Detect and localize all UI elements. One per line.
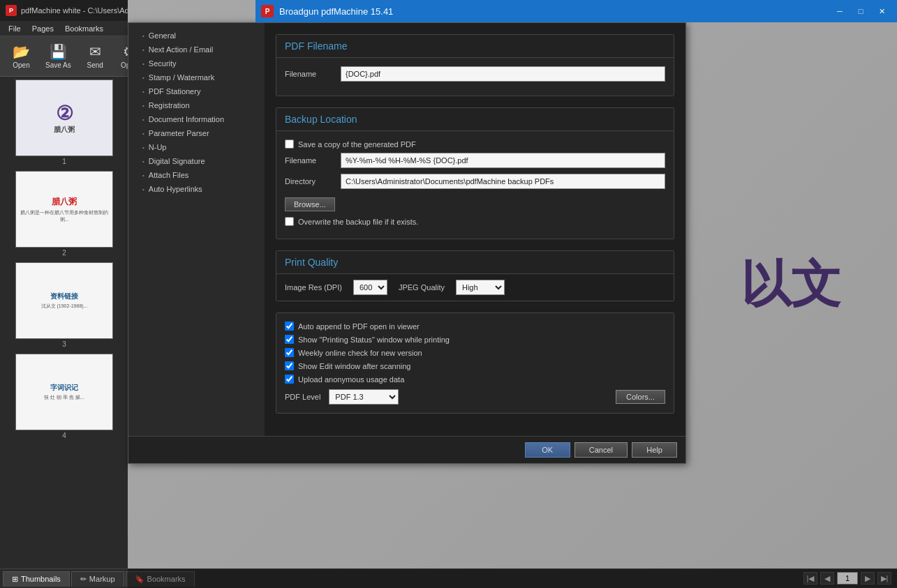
overwrite-label: Overwrite the backup file if it exists. — [298, 218, 418, 226]
browse-button[interactable]: Browse... — [285, 197, 335, 211]
options-body: Auto append to PDF open in viewer Show "… — [276, 313, 674, 413]
dialog-overlay: P Broadgun pdfMachine 15.41 ─ □ ✕ Genera… — [128, 0, 897, 588]
backup-directory-row: Directory — [285, 174, 665, 189]
open-icon: 📂 — [13, 43, 30, 60]
show-edit-checkbox[interactable] — [285, 361, 294, 370]
send-label: Send — [87, 61, 103, 69]
thumbnail-num: 3 — [62, 340, 66, 348]
close-button[interactable]: ✕ — [872, 4, 891, 18]
printing-status-checkbox[interactable] — [285, 335, 294, 344]
nav-pdf-stationery[interactable]: PDF Stationery — [128, 84, 265, 98]
print-quality-body: Image Res (DPI) 600 300 150 72 JPEG Qual… — [276, 274, 674, 301]
help-button[interactable]: Help — [632, 442, 677, 458]
dialog-body: General Next Action / Email Security Sta… — [128, 23, 685, 436]
printing-status-row: Show "Printing Status" window while prin… — [285, 335, 665, 344]
save-copy-checkbox-row: Save a copy of the generated PDF — [285, 140, 665, 149]
thumbnail-num: 1 — [62, 158, 66, 165]
tab-markup[interactable]: ✏ Markup — [71, 571, 124, 587]
backup-filename-label: Filename — [285, 156, 341, 165]
thumbnail-image: 资料链接 沈从文 (1902-1988)... — [15, 262, 113, 339]
pdf-level-row: PDF Level PDF 1.3 PDF 1.4 PDF 1.5 PDF 1.… — [285, 389, 665, 405]
dialog-icon: P — [261, 5, 274, 17]
save-icon: 💾 — [50, 43, 67, 60]
dialog-content: PDF Filename Filename Backup Location — [265, 23, 685, 436]
auto-append-checkbox[interactable] — [285, 322, 294, 331]
thumbnail-num: 4 — [62, 432, 66, 439]
ok-button[interactable]: OK — [525, 442, 570, 458]
nav-document-information[interactable]: Document Information — [128, 112, 265, 126]
overwrite-checkbox-row: Overwrite the backup file if it exists. — [285, 217, 665, 226]
filename-row: Filename — [285, 66, 665, 82]
backup-filename-input[interactable] — [341, 153, 665, 168]
cancel-button[interactable]: Cancel — [574, 442, 628, 458]
thumbnails-icon: ⊞ — [12, 575, 18, 584]
list-item[interactable]: 字词识记 筷 灶 朝 乖 焦 腻... 4 — [3, 354, 126, 439]
dialog-footer: OK Cancel Help — [128, 436, 685, 463]
maximize-button[interactable]: □ — [851, 4, 870, 18]
list-item[interactable]: 腊八粥 腊八粥是一种在腊八节用多种食材熬制的粥... 2 — [3, 171, 126, 257]
nav-registration[interactable]: Registration — [128, 98, 265, 112]
jpeg-quality-select[interactable]: High Medium Low — [456, 280, 505, 295]
menu-pages[interactable]: Pages — [27, 23, 59, 34]
nav-attach-files[interactable]: Attach Files — [128, 168, 265, 182]
nav-n-up[interactable]: N-Up — [128, 140, 265, 154]
show-edit-label: Show Edit window after scanning — [298, 362, 410, 370]
pdf-level-select[interactable]: PDF 1.3 PDF 1.4 PDF 1.5 PDF 1.6 — [329, 389, 399, 405]
overwrite-checkbox[interactable] — [285, 217, 294, 226]
nav-parameter-parser[interactable]: Parameter Parser — [128, 126, 265, 140]
pdf-filename-section: PDF Filename Filename — [276, 34, 674, 96]
auto-append-label: Auto append to PDF open in viewer — [298, 322, 420, 331]
nav-digital-signature[interactable]: Digital Signature — [128, 154, 265, 168]
upload-anonymous-checkbox[interactable] — [285, 375, 294, 384]
nav-next-action-email[interactable]: Next Action / Email — [128, 43, 265, 56]
list-item[interactable]: ② 腊八粥 1 — [3, 80, 126, 165]
jpeg-quality-label: JPEG Quality — [399, 283, 445, 292]
options-section: Auto append to PDF open in viewer Show "… — [276, 312, 674, 414]
nav-stamp-watermark[interactable]: Stamp / Watermark — [128, 70, 265, 84]
open-button[interactable]: 📂 Open — [6, 40, 37, 72]
open-label: Open — [13, 61, 29, 69]
upload-anonymous-row: Upload anonymous usage data — [285, 375, 665, 384]
weekly-check-checkbox[interactable] — [285, 348, 294, 357]
dialog-nav: General Next Action / Email Security Sta… — [128, 23, 265, 436]
pdf-level-label: PDF Level — [285, 393, 320, 401]
settings-dialog: P Broadgun pdfMachine 15.41 ─ □ ✕ Genera… — [128, 22, 686, 464]
colors-button[interactable]: Colors... — [616, 390, 665, 404]
backup-directory-input[interactable] — [341, 174, 665, 189]
menu-file[interactable]: File — [3, 23, 27, 34]
weekly-check-label: Weekly online check for new version — [298, 349, 422, 357]
list-item[interactable]: 资料链接 沈从文 (1902-1988)... 3 — [3, 262, 126, 348]
thumbnail-num: 2 — [62, 249, 66, 257]
filename-label: Filename — [285, 70, 341, 78]
menu-bookmarks[interactable]: Bookmarks — [59, 23, 109, 34]
app-icon: P — [6, 5, 17, 16]
backup-directory-label: Directory — [285, 177, 341, 186]
pdf-filename-body: Filename — [276, 58, 674, 96]
left-panel: ② 腊八粥 1 腊八粥 腊八粥是一种在腊八节用多种食材熬制的粥... 2 — [0, 77, 129, 588]
save-copy-checkbox[interactable] — [285, 140, 294, 149]
nav-auto-hyperlinks[interactable]: Auto Hyperlinks — [128, 182, 265, 196]
thumbnails-label: Thumbnails — [21, 575, 61, 583]
tab-thumbnails[interactable]: ⊞ Thumbnails — [3, 571, 70, 587]
dialog-title: Broadgun pdfMachine 15.41 — [279, 6, 830, 17]
thumbnail-image: 腊八粥 腊八粥是一种在腊八节用多种食材熬制的粥... — [15, 171, 113, 248]
backup-location-body: Save a copy of the generated PDF Filenam… — [276, 131, 674, 239]
weekly-check-row: Weekly online check for new version — [285, 348, 665, 357]
filename-input[interactable] — [341, 66, 665, 82]
image-res-select[interactable]: 600 300 150 72 — [353, 280, 387, 295]
thumbnail-area[interactable]: ② 腊八粥 1 腊八粥 腊八粥是一种在腊八节用多种食材熬制的粥... 2 — [0, 77, 128, 588]
printing-status-label: Show "Printing Status" window while prin… — [298, 336, 450, 344]
send-button[interactable]: ✉ Send — [80, 40, 111, 72]
markup-icon: ✏ — [80, 575, 87, 584]
minimize-button[interactable]: ─ — [830, 4, 850, 18]
print-quality-section: Print Quality Image Res (DPI) 600 300 15… — [276, 250, 674, 301]
nav-security[interactable]: Security — [128, 56, 265, 70]
backup-location-title: Backup Location — [276, 108, 674, 131]
thumbnail-image: 字词识记 筷 灶 朝 乖 焦 腻... — [15, 354, 113, 430]
backup-location-section: Backup Location Save a copy of the gener… — [276, 107, 674, 239]
save-as-button[interactable]: 💾 Save As — [40, 40, 77, 72]
save-copy-label: Save a copy of the generated PDF — [298, 140, 416, 149]
print-quality-title: Print Quality — [276, 251, 674, 274]
send-icon: ✉ — [89, 43, 101, 60]
nav-general[interactable]: General — [128, 29, 265, 43]
